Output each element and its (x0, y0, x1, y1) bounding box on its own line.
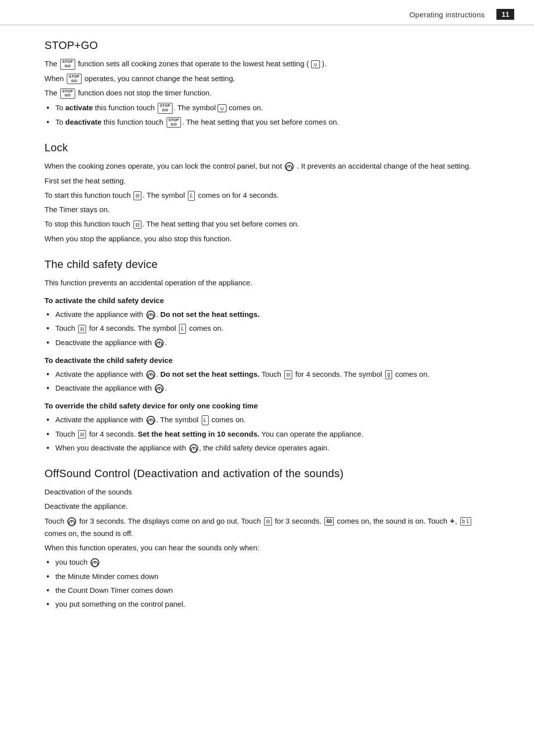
deactivate-bullet-1: Activate the appliance with . Do not set… (44, 368, 494, 380)
offsound-bullets: you touch the Minute Minder comes down t… (44, 556, 494, 610)
stop-go-bullets: To activate this function touch STOPGO. … (44, 102, 494, 128)
lock-title: Lock (44, 141, 494, 154)
power-icon-ov2 (189, 444, 198, 453)
svg-rect-17 (94, 562, 95, 564)
stop-go-icon-4: STOPGO (158, 103, 173, 113)
override-bullet-1: Activate the appliance with . The symbol… (44, 414, 494, 425)
zero-sym-1: 0̲ (385, 370, 392, 379)
stop-go-title: STOP+GO (44, 39, 494, 52)
override-child-bullets: Activate the appliance with . The symbol… (44, 414, 494, 453)
when-para: When this function operates, you can hea… (44, 542, 494, 553)
sixty-icon-1: 60 (324, 517, 334, 526)
key-icon-6: ⊟ (264, 517, 272, 526)
activate-child-bullets: Activate the appliance with . Do not set… (44, 309, 494, 348)
do-not-set-bold-2: Do not set the heat settings. (160, 370, 260, 378)
svg-rect-1 (289, 166, 290, 168)
stop-go-icon-1: STOPGO (60, 59, 75, 69)
deactivate-appliance: Deactivate the appliance. (44, 500, 494, 512)
offsound-bullet-3: the Count Down Timer comes down (44, 584, 494, 596)
header-title: Operating instructions (409, 10, 485, 19)
power-icon-act2 (155, 339, 164, 348)
deactivate-bullet-2: Deactivate the appliance with . (44, 382, 494, 394)
activate-bold: activate (65, 103, 93, 112)
svg-rect-3 (150, 314, 151, 316)
b6-icon-1: b 1 (460, 517, 471, 526)
sym-u-1: ∪ (311, 60, 320, 68)
lock-para4: The Timer stays on. (44, 204, 494, 215)
set-heat-bold: Set the heat setting in 10 seconds. (138, 430, 260, 438)
power-icon-act1 (146, 311, 155, 319)
svg-rect-13 (193, 447, 194, 449)
lock-sym-1: L (188, 191, 195, 201)
svg-rect-9 (159, 388, 160, 390)
svg-rect-5 (159, 342, 160, 344)
child-safety-intro: This function prevents an accidental ope… (44, 277, 494, 288)
stop-go-icon-5: STOPGO (167, 117, 181, 128)
deactivate-child-bullets: Activate the appliance with . Do not set… (44, 368, 494, 394)
page-header: Operating instructions 11 (0, 0, 534, 25)
key-icon-2: ⊟ (134, 221, 141, 229)
offsound-bullet-4: you put something on the control panel. (44, 598, 494, 610)
stop-go-para2: When STOPGO operates, you cannot change … (44, 73, 494, 85)
activate-child-title: To activate the child safety device (44, 296, 494, 305)
plus-icon-1: + (450, 515, 454, 528)
key-icon-3: ⊟ (78, 325, 86, 334)
lock-para3: To start this function touch ⊟. The symb… (44, 189, 494, 201)
header-right: Operating instructions 11 (409, 9, 514, 20)
child-safety-title: The child safety device (44, 258, 494, 271)
power-icon-ov1 (146, 416, 155, 425)
deactivate-child-title: To deactivate the child safety device (44, 356, 494, 364)
svg-rect-11 (150, 419, 151, 422)
deactivate-bold: deactivate (65, 118, 101, 126)
offsound-bullet-1: you touch (44, 556, 494, 568)
power-icon-deact2 (155, 384, 164, 393)
sym-u-2: ∪ (218, 104, 226, 112)
override-bullet-3: When you deactivate the appliance with ,… (44, 442, 494, 453)
activate-bullet-2: Touch ⊟ for 4 seconds. The symbol L come… (44, 322, 494, 334)
key-icon-4: ⊟ (284, 370, 292, 379)
touch-para: Touch for 3 seconds. The displays come o… (44, 515, 494, 539)
do-not-set-bold: Do not set the heat settings. (160, 310, 260, 318)
power-icon-lock (285, 162, 294, 171)
lock-para5: To stop this function touch ⊟. The heat … (44, 218, 494, 229)
power-icon-off1 (67, 517, 76, 526)
svg-rect-7 (150, 373, 151, 376)
key-icon-5: ⊟ (78, 430, 86, 439)
lock-para2: First set the heat setting. (44, 175, 494, 186)
stop-go-icon-3: STOPGO (60, 89, 75, 99)
deactivation-subtitle: Deactivation of the sounds (44, 486, 494, 497)
power-icon-deact1 (146, 370, 155, 379)
stop-go-icon-2: STOPGO (67, 74, 82, 84)
lock-sym-3: L (202, 415, 209, 425)
offsound-bullet-2: the Minute Minder comes down (44, 571, 494, 582)
section-child-safety: The child safety device This function pr… (44, 258, 494, 453)
activate-bullet-3: Deactivate the appliance with . (44, 337, 494, 348)
page-container: Operating instructions 11 STOP+GO The ST… (0, 0, 534, 756)
activate-bullet-1: Activate the appliance with . Do not set… (44, 309, 494, 320)
power-icon-off2 (90, 558, 99, 567)
offsound-title: OffSound Control (Deactivation and activ… (44, 467, 494, 480)
lock-para1: When the cooking zones operate, you can … (44, 160, 494, 172)
override-child-title: To override the child safety device for … (44, 401, 494, 410)
section-stop-go: STOP+GO The STOPGO function sets all coo… (44, 39, 494, 128)
stop-go-bullet-1: To activate this function touch STOPGO. … (44, 102, 494, 114)
section-offsound: OffSound Control (Deactivation and activ… (44, 467, 494, 610)
page-number-badge: 11 (496, 9, 514, 20)
lock-sym-2: L (179, 324, 186, 334)
content-area: STOP+GO The STOPGO function sets all coo… (0, 25, 534, 634)
stop-go-para1: The STOPGO function sets all cooking zon… (44, 58, 494, 70)
section-lock: Lock When the cooking zones operate, you… (44, 141, 494, 244)
stop-go-para3: The STOPGO function does not stop the ti… (44, 87, 494, 99)
override-bullet-2: Touch ⊟ for 4 seconds. Set the heat sett… (44, 428, 494, 440)
svg-rect-15 (71, 520, 72, 523)
stop-go-bullet-2: To deactivate this function touch STOPGO… (44, 116, 494, 128)
lock-para6: When you stop the appliance, you also st… (44, 233, 494, 244)
key-icon-1: ⊟ (134, 191, 141, 200)
